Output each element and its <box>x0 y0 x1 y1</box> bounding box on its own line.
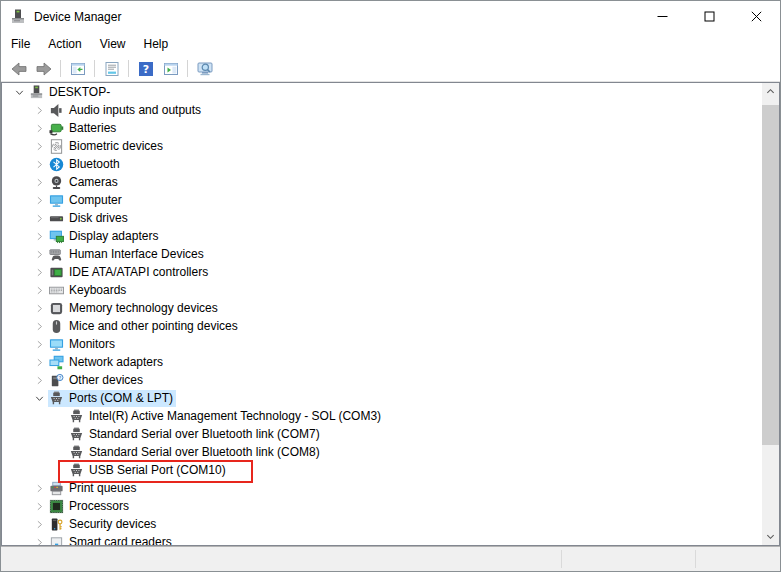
tree-item-label: Biometric devices <box>64 139 163 154</box>
tree-item-security-devices[interactable]: Security devices <box>2 515 762 533</box>
scrollbar-thumb[interactable] <box>762 105 779 445</box>
toolbar-scan-for-hardware-changes-button[interactable] <box>192 58 217 80</box>
chevron-right-icon[interactable] <box>30 336 48 352</box>
menu-item-action[interactable]: Action <box>39 33 90 55</box>
tree-item-content: Bluetooth <box>48 156 123 173</box>
console-tree-icon <box>70 61 86 77</box>
tree-item-label: Memory technology devices <box>64 301 218 316</box>
vertical-scrollbar <box>762 83 779 545</box>
tree-item-display-adapters[interactable]: Display adapters <box>2 227 762 245</box>
tree-item-label: Intel(R) Active Management Technology - … <box>84 409 381 424</box>
chevron-right-icon[interactable] <box>30 480 48 496</box>
tree-item-content: Processors <box>48 498 132 515</box>
chevron-spacer <box>50 408 68 424</box>
chevron-right-icon[interactable] <box>30 372 48 388</box>
tree-item-network-adapters[interactable]: Network adapters <box>2 353 762 371</box>
tree-item-mice-and-other-pointing-devices[interactable]: Mice and other pointing devices <box>2 317 762 335</box>
toolbar-back-button[interactable] <box>6 58 31 80</box>
maximize-button[interactable] <box>686 1 733 32</box>
tree-item-standard-serial-over-bluetooth-link-com8[interactable]: Standard Serial over Bluetooth link (COM… <box>2 443 762 461</box>
keyboard-icon <box>49 283 64 298</box>
scroll-down-button[interactable] <box>762 528 779 545</box>
chevron-spacer <box>50 462 68 478</box>
tree-item-label: DESKTOP- <box>44 85 110 100</box>
chevron-right-icon[interactable] <box>30 192 48 208</box>
chevron-right-icon[interactable] <box>30 498 48 514</box>
tree-item-content: Mice and other pointing devices <box>48 318 241 335</box>
chevron-down-icon[interactable] <box>30 390 48 406</box>
tree-item-content: Keyboards <box>48 282 129 299</box>
menu-item-help[interactable]: Help <box>135 33 178 55</box>
tree-item-standard-serial-over-bluetooth-link-com7[interactable]: Standard Serial over Bluetooth link (COM… <box>2 425 762 443</box>
tree-item-memory-technology-devices[interactable]: Memory technology devices <box>2 299 762 317</box>
chevron-right-icon[interactable] <box>30 156 48 172</box>
menu-item-file[interactable]: File <box>2 33 39 55</box>
tree-item-label: Network adapters <box>64 355 163 370</box>
tree-item-label: Smart card readers <box>64 535 172 546</box>
tree-item-content: Intel(R) Active Management Technology - … <box>68 408 384 425</box>
tree-rows: DESKTOP-Audio inputs and outputsBatterie… <box>2 83 762 545</box>
tree-item-usb-serial-port-com10[interactable]: USB Serial Port (COM10) <box>2 461 762 479</box>
tree-item-content: Computer <box>48 192 125 209</box>
tree-item-human-interface-devices[interactable]: Human Interface Devices <box>2 245 762 263</box>
ide-controller-icon <box>49 265 64 280</box>
chevron-right-icon[interactable] <box>30 282 48 298</box>
serial-port-icon <box>69 409 84 424</box>
toolbar-properties-button[interactable] <box>99 58 124 80</box>
tree-item-content: Cameras <box>48 174 121 191</box>
svg-text:?: ? <box>142 63 148 76</box>
tree-item-cameras[interactable]: Cameras <box>2 173 762 191</box>
tree-item-content: IDE ATA/ATAPI controllers <box>48 264 211 281</box>
tree-item-desktop[interactable]: DESKTOP- <box>2 83 762 101</box>
tree-item-label: Processors <box>64 499 129 514</box>
tree-item-audio-inputs-and-outputs[interactable]: Audio inputs and outputs <box>2 101 762 119</box>
tree-item-other-devices[interactable]: ?Other devices <box>2 371 762 389</box>
tree-item-ide-ata-atapi-controllers[interactable]: IDE ATA/ATAPI controllers <box>2 263 762 281</box>
chevron-right-icon[interactable] <box>30 210 48 226</box>
tree-item-content: Network adapters <box>48 354 166 371</box>
tree-item-processors[interactable]: Processors <box>2 497 762 515</box>
chevron-right-icon[interactable] <box>30 102 48 118</box>
smart-card-icon <box>49 535 64 546</box>
chevron-right-icon[interactable] <box>30 264 48 280</box>
scan-hardware-icon <box>197 61 213 77</box>
chevron-right-icon[interactable] <box>30 354 48 370</box>
svg-text:?: ? <box>58 374 61 380</box>
tree-item-batteries[interactable]: Batteries <box>2 119 762 137</box>
minimize-button[interactable] <box>639 1 686 32</box>
tree-item-biometric-devices[interactable]: Biometric devices <box>2 137 762 155</box>
tree-item-ports-com-lpt[interactable]: Ports (COM & LPT) <box>2 389 762 407</box>
chevron-right-icon[interactable] <box>30 300 48 316</box>
tree-item-bluetooth[interactable]: Bluetooth <box>2 155 762 173</box>
toolbar-show-hide-console-tree-button[interactable] <box>65 58 90 80</box>
scroll-up-button[interactable] <box>762 83 779 100</box>
back-arrow-icon <box>11 61 27 77</box>
menu-item-view[interactable]: View <box>91 33 135 55</box>
tree-item-disk-drives[interactable]: Disk drives <box>2 209 762 227</box>
tree-item-print-queues[interactable]: Print queues <box>2 479 762 497</box>
chevron-right-icon[interactable] <box>30 246 48 262</box>
window-title: Device Manager <box>34 10 121 24</box>
toolbar-show-hide-action-pane-button[interactable] <box>158 58 183 80</box>
tree-item-content: Print queues <box>48 480 139 497</box>
tree-item-monitors[interactable]: Monitors <box>2 335 762 353</box>
tree-item-content: Display adapters <box>48 228 161 245</box>
close-button[interactable] <box>733 1 780 32</box>
tree-item-content: USB Serial Port (COM10) <box>68 462 229 479</box>
tree-item-intel-r-active-management-technology-sol-com3[interactable]: Intel(R) Active Management Technology - … <box>2 407 762 425</box>
toolbar-forward-button[interactable] <box>31 58 56 80</box>
chevron-right-icon[interactable] <box>30 120 48 136</box>
tree-item-keyboards[interactable]: Keyboards <box>2 281 762 299</box>
tree-item-computer[interactable]: Computer <box>2 191 762 209</box>
chevron-down-icon[interactable] <box>10 84 28 100</box>
chevron-right-icon[interactable] <box>30 174 48 190</box>
chevron-right-icon[interactable] <box>30 228 48 244</box>
toolbar-help-button[interactable]: ? <box>133 58 158 80</box>
chevron-right-icon[interactable] <box>30 318 48 334</box>
tree-item-smart-card-readers[interactable]: Smart card readers <box>2 533 762 545</box>
chevron-right-icon[interactable] <box>30 534 48 545</box>
chevron-right-icon[interactable] <box>30 516 48 532</box>
tree-item-content: Batteries <box>48 120 119 137</box>
chevron-right-icon[interactable] <box>30 138 48 154</box>
menu-bar: FileActionViewHelp <box>1 32 780 56</box>
